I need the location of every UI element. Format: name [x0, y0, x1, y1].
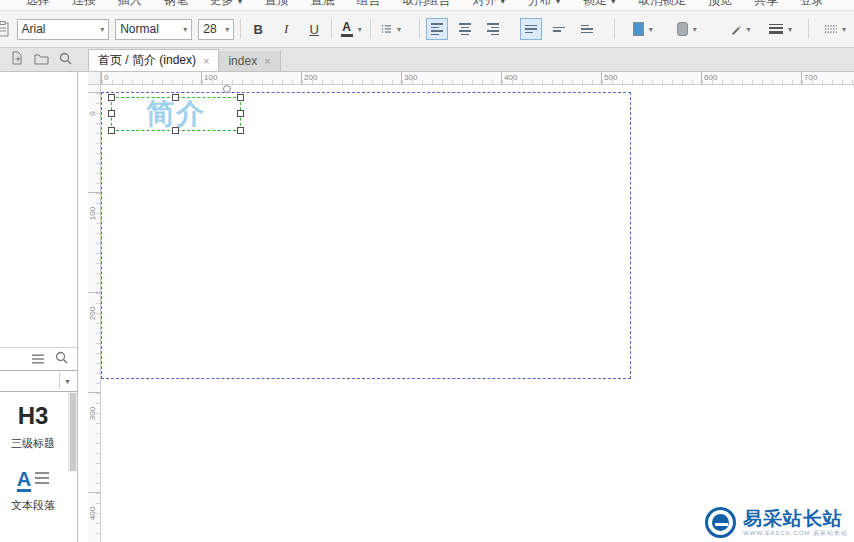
selection-handle[interactable] [172, 127, 179, 134]
page-tab[interactable]: 首页 / 简介 (index) × [88, 49, 219, 71]
selection-handle[interactable] [172, 94, 179, 101]
tab-close-icon[interactable]: × [203, 55, 209, 67]
search-icon [55, 351, 68, 364]
line-color-button[interactable]: ▾ [727, 18, 755, 40]
caret-down-icon: ▾ [222, 25, 229, 34]
paragraph-style-value: Normal [120, 22, 159, 36]
font-color-bar [341, 34, 353, 37]
menu-item[interactable]: 更多 ▾ [210, 0, 243, 8]
selection-handle[interactable] [108, 110, 115, 117]
menu-item[interactable]: 分布 ▾ [528, 0, 561, 8]
separator [240, 19, 241, 39]
library-item-paragraph[interactable]: A 文本段落 [0, 467, 66, 513]
menu-item[interactable]: 组合 [357, 0, 381, 8]
underline-label: U [309, 22, 318, 37]
main-area: ▼ H3 三级标题 A 文本段落 [0, 72, 854, 542]
border-style-icon [825, 23, 837, 35]
paragraph-lines [35, 469, 49, 487]
valign-middle-button[interactable] [548, 18, 570, 40]
font-family-select[interactable]: Arial ▾ [17, 19, 110, 40]
pages-tree[interactable] [0, 72, 77, 348]
combo-arrow-icon: ▼ [59, 373, 75, 389]
selected-heading-widget[interactable]: 简介 [111, 97, 241, 131]
ruler-tick-cell: 300 [88, 392, 100, 492]
underline-button[interactable]: U [303, 18, 325, 40]
fill-color-button[interactable]: ▾ [629, 18, 657, 40]
paragraph-letter: A [17, 469, 31, 492]
caret-down-icon: ▾ [690, 25, 697, 34]
tab-close-icon[interactable]: × [264, 55, 270, 67]
left-panel-inner: ▼ H3 三级标题 A 文本段落 [0, 72, 78, 542]
library-scrollbar[interactable] [68, 392, 77, 472]
add-folder-button[interactable] [34, 51, 49, 69]
selection-handle[interactable] [108, 127, 115, 134]
menu-item[interactable]: 钢笔 [164, 0, 188, 8]
library-menu-button[interactable] [32, 350, 44, 368]
ruler-tick-cell: 0 [88, 92, 100, 192]
list-menu-icon [32, 354, 44, 364]
paragraph-style-select[interactable]: Normal ▾ [115, 19, 192, 40]
library-search-button[interactable] [55, 350, 68, 368]
selection-handle[interactable] [108, 94, 115, 101]
rotate-handle-icon[interactable] [223, 85, 231, 93]
align-left-button[interactable] [426, 18, 448, 40]
border-style-button[interactable]: ▾ [821, 18, 850, 40]
ruler-tick-label: 600 [701, 72, 801, 84]
design-canvas[interactable]: 简介 [101, 85, 854, 542]
add-page-button[interactable] [10, 51, 24, 69]
italic-button[interactable]: I [275, 18, 297, 40]
selection-handle[interactable] [237, 110, 244, 117]
opacity-button[interactable]: ▾ [673, 18, 701, 40]
ruler-tick-label: 0 [88, 99, 97, 129]
menu-item[interactable]: 登录 [800, 0, 824, 8]
paste-button[interactable] [0, 16, 11, 42]
menu-item[interactable]: 选择 [26, 0, 50, 8]
caret-down-icon: ▾ [743, 25, 750, 34]
selection-handle[interactable] [237, 127, 244, 134]
selection-handle[interactable] [237, 94, 244, 101]
menu-item[interactable]: 插入 [118, 0, 142, 8]
horizontal-ruler[interactable]: 0100200300400500600700 [101, 72, 854, 85]
menu-item[interactable]: 置底 [311, 0, 335, 8]
caret-down-icon: ▾ [180, 25, 187, 34]
menu-item[interactable]: 对齐 ▾ [472, 0, 505, 8]
page-tab[interactable]: index × [219, 51, 280, 71]
scrollbar-thumb[interactable] [70, 393, 76, 471]
line-width-icon [769, 24, 783, 34]
library-item-h3[interactable]: H3 三级标题 [0, 402, 66, 451]
menu-item[interactable]: 共享 [754, 0, 778, 8]
font-size-select[interactable]: 28 ▾ [198, 19, 234, 40]
valign-bottom-button[interactable] [576, 18, 598, 40]
valign-bottom-icon [581, 25, 593, 34]
search-pages-button[interactable] [59, 51, 72, 69]
align-right-button[interactable] [482, 18, 504, 40]
ruler-tick-label: 400 [88, 499, 97, 529]
ruler-tick-label: 300 [401, 72, 501, 84]
ruler-tick-label: 100 [88, 199, 97, 229]
separator [370, 19, 371, 39]
vertical-ruler[interactable]: 0100200300400 [88, 85, 101, 542]
valign-top-button[interactable] [520, 18, 542, 40]
menu-item[interactable]: 取消组合 [402, 0, 450, 8]
caret-down-icon: ▾ [785, 25, 792, 34]
separator [808, 19, 809, 39]
library-select[interactable]: ▼ [0, 370, 77, 392]
bullet-list-button[interactable]: ▾ [377, 18, 405, 40]
separator [419, 19, 420, 39]
menu-item[interactable]: 锁定 ▾ [583, 0, 616, 8]
menu-item[interactable]: 预览 [708, 0, 732, 8]
menu-item[interactable]: 置顶 [265, 0, 289, 8]
ruler-tick-label: 0 [101, 72, 201, 84]
ruler-tick-label: 100 [201, 72, 301, 84]
add-folder-icon [34, 52, 49, 65]
bold-button[interactable]: B [247, 18, 269, 40]
left-panel: ▼ H3 三级标题 A 文本段落 [0, 72, 88, 542]
menu-item[interactable]: 连接 [72, 0, 96, 8]
ruler-tick-cell: 200 [88, 292, 100, 392]
font-color-button[interactable]: A ▾ [338, 18, 364, 40]
watermark-texts: 易采站长站 WWW.EASCK.COM 易采站长站 [743, 508, 848, 538]
ruler-tick-label: 700 [801, 72, 854, 84]
align-center-button[interactable] [454, 18, 476, 40]
menu-item[interactable]: 取消锁定 [638, 0, 686, 8]
line-width-button[interactable]: ▾ [766, 18, 794, 40]
